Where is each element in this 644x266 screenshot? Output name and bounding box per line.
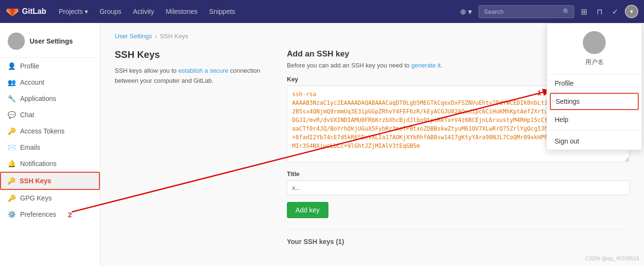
- watermark: CSDN @qq_45339516: [585, 255, 639, 261]
- broadcast-icon-btn[interactable]: ⊞: [578, 4, 590, 19]
- sidebar-item-label-gpg-keys: GPG Keys: [20, 194, 52, 202]
- gpg-keys-icon: 🔑: [8, 194, 15, 202]
- emails-icon: ✉️: [8, 144, 15, 151]
- sidebar-avatar: [8, 33, 25, 50]
- dropdown-username: 用户名: [585, 58, 604, 66]
- page-title: SSH Keys: [115, 49, 268, 60]
- dropdown-profile[interactable]: Profile: [547, 75, 642, 92]
- establish-link[interactable]: establish a secure: [178, 67, 229, 74]
- sidebar-item-label-account: Account: [20, 78, 44, 86]
- sidebar-username: User Settings: [30, 37, 73, 45]
- nav-activity[interactable]: Activity: [128, 5, 159, 18]
- nav-projects[interactable]: Projects ▾: [54, 5, 93, 18]
- account-icon: 👥: [8, 78, 15, 86]
- notifications-icon: 🔔: [8, 160, 15, 167]
- sidebar-item-ssh-keys[interactable]: 🔑 SSH Keys: [0, 172, 100, 190]
- dropdown-divider: [547, 130, 642, 131]
- search-icon: 🔍: [563, 8, 570, 15]
- profile-icon: 👤: [8, 62, 15, 70]
- ssh-keys-icon: 🔑: [7, 177, 15, 185]
- sidebar-item-label-chat: Chat: [20, 111, 34, 119]
- sidebar-item-profile[interactable]: 👤 Profile: [0, 58, 100, 74]
- sidebar-item-gpg-keys[interactable]: 🔑 GPG Keys: [0, 190, 100, 206]
- sidebar-item-label-emails: Emails: [20, 144, 40, 151]
- generate-link[interactable]: generate it: [411, 62, 440, 69]
- search-wrap: 🔍: [479, 5, 574, 18]
- merge-icon-btn[interactable]: ⊓: [594, 4, 605, 19]
- breadcrumb-separator: ›: [155, 33, 157, 40]
- dropdown-signout[interactable]: Sign out: [547, 133, 642, 150]
- sidebar-item-notifications[interactable]: 🔔 Notifications: [0, 155, 100, 172]
- preferences-icon: ⚙️: [8, 211, 15, 218]
- your-keys-title: Your SSH keys (1): [287, 230, 630, 245]
- annotation-2: 2: [68, 211, 72, 219]
- breadcrumb-parent[interactable]: User Settings: [115, 33, 152, 40]
- search-input[interactable]: [479, 5, 574, 18]
- sidebar-item-account[interactable]: 👥 Account: [0, 74, 100, 90]
- annotation-1: 1: [537, 89, 541, 97]
- user-dropdown: 用户名 Profile Settings Help Sign out: [546, 23, 642, 150]
- nav-links: Projects ▾ Groups Activity Milestones Sn…: [54, 5, 240, 18]
- user-avatar-btn[interactable]: ▾: [625, 5, 638, 18]
- sidebar-item-label-profile: Profile: [20, 62, 39, 70]
- access-tokens-icon: 🔑: [8, 127, 15, 135]
- sidebar-item-label-notifications: Notifications: [20, 160, 56, 167]
- sidebar: User Settings 👤 Profile 👥 Account 🔧 Appl…: [0, 23, 100, 266]
- issues-icon-btn[interactable]: ✓: [609, 4, 621, 19]
- sidebar-item-preferences[interactable]: ⚙️ Preferences: [0, 206, 100, 222]
- sidebar-item-chat[interactable]: 💬 Chat: [0, 107, 100, 123]
- left-section: SSH Keys SSH keys allow you to establish…: [115, 49, 268, 245]
- nav-snippets[interactable]: Snippets: [204, 5, 240, 18]
- sidebar-item-label-access-tokens: Access Tokens: [20, 127, 65, 135]
- dropdown-avatar: [583, 31, 606, 54]
- sidebar-item-access-tokens[interactable]: 🔑 Access Tokens: [0, 123, 100, 139]
- sidebar-item-applications[interactable]: 🔧 Applications: [0, 90, 100, 107]
- nav-milestones[interactable]: Milestones: [161, 5, 202, 18]
- dropdown-settings[interactable]: Settings: [550, 93, 639, 110]
- add-key-button[interactable]: Add key: [287, 202, 328, 218]
- dropdown-avatar-section: 用户名: [547, 23, 642, 75]
- title-field-label: Title: [287, 170, 630, 177]
- top-navigation: GitLab Projects ▾ Groups Activity Milest…: [0, 0, 644, 23]
- breadcrumb-current: SSH Keys: [160, 33, 188, 40]
- gitlab-logo[interactable]: GitLab: [6, 5, 46, 18]
- sidebar-item-label-preferences: Preferences: [20, 211, 56, 218]
- dropdown-help[interactable]: Help: [547, 111, 642, 128]
- chat-icon: 💬: [8, 111, 15, 119]
- plus-button[interactable]: ⊕ ▾: [457, 4, 475, 19]
- nav-right-actions: ⊕ ▾ 🔍 ⊞ ⊓ ✓ ▾: [457, 4, 638, 19]
- nav-groups[interactable]: Groups: [95, 5, 126, 18]
- sidebar-item-label-applications: Applications: [20, 95, 56, 102]
- sidebar-user-section: User Settings: [0, 27, 100, 58]
- sidebar-item-label-ssh-keys: SSH Keys: [20, 177, 51, 185]
- sidebar-item-emails[interactable]: ✉️ Emails: [0, 139, 100, 155]
- applications-icon: 🔧: [8, 95, 15, 102]
- page-description: SSH keys allow you to establish a secure…: [115, 66, 268, 86]
- title-input[interactable]: [287, 180, 630, 195]
